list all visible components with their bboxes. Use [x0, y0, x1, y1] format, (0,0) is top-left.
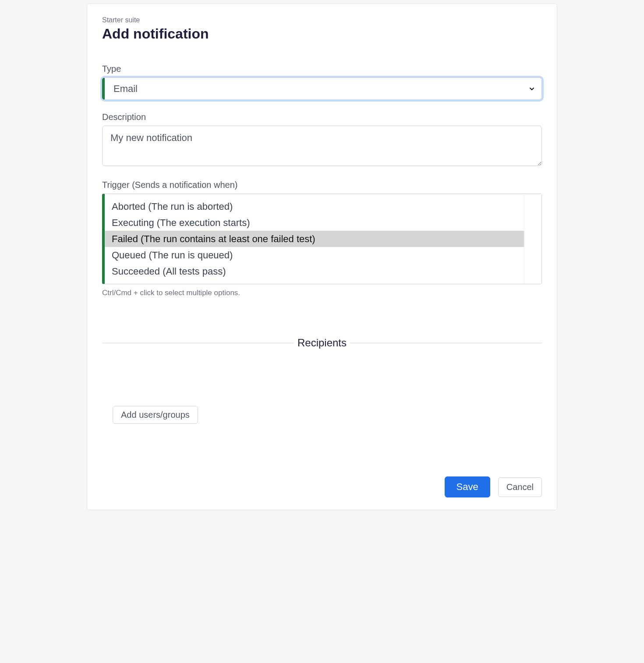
- description-field-group: Description: [102, 112, 542, 168]
- trigger-option-succeeded[interactable]: Succeeded (All tests pass): [105, 263, 524, 279]
- description-input[interactable]: [102, 126, 542, 166]
- type-select[interactable]: Email: [105, 78, 541, 99]
- type-select-wrapper[interactable]: Email: [102, 78, 542, 100]
- trigger-option-aborted[interactable]: Aborted (The run is aborted): [105, 198, 524, 215]
- footer-actions: Save Cancel: [102, 476, 542, 497]
- recipients-section-title: Recipients: [294, 337, 350, 349]
- trigger-options-list: Aborted (The run is aborted) Executing (…: [105, 194, 524, 284]
- description-label: Description: [102, 112, 542, 122]
- trigger-option-executing[interactable]: Executing (The execution starts): [105, 215, 524, 231]
- cancel-button[interactable]: Cancel: [498, 477, 542, 497]
- type-label: Type: [102, 64, 542, 74]
- add-notification-card: Starter suite Add notification Type Emai…: [87, 4, 557, 510]
- trigger-option-failed[interactable]: Failed (The run contains at least one fa…: [105, 231, 524, 247]
- recipients-actions: Add users/groups: [113, 406, 542, 424]
- save-button[interactable]: Save: [445, 476, 490, 497]
- divider-line-left: [102, 343, 294, 343]
- trigger-option-queued[interactable]: Queued (The run is queued): [105, 247, 524, 263]
- trigger-multiselect[interactable]: Aborted (The run is aborted) Executing (…: [102, 194, 542, 284]
- breadcrumb: Starter suite: [102, 16, 542, 24]
- page-title: Add notification: [102, 26, 542, 42]
- trigger-scrollbar[interactable]: [524, 194, 541, 284]
- add-users-groups-button[interactable]: Add users/groups: [113, 406, 198, 424]
- type-field-group: Type Email: [102, 64, 542, 100]
- trigger-label: Trigger (Sends a notification when): [102, 180, 542, 190]
- trigger-help-text: Ctrl/Cmd + click to select multiple opti…: [102, 289, 542, 297]
- divider-line-right: [350, 343, 542, 343]
- trigger-field-group: Trigger (Sends a notification when) Abor…: [102, 180, 542, 297]
- recipients-section-divider: Recipients: [102, 337, 542, 349]
